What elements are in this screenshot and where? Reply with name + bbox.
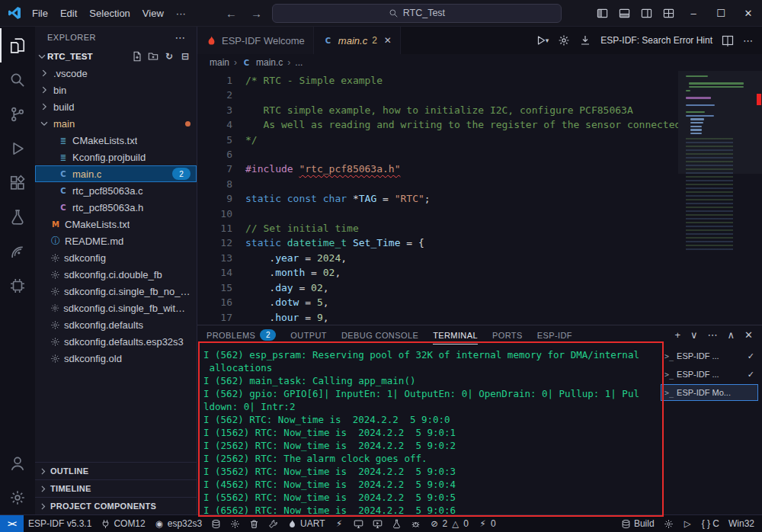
menu-selection[interactable]: Selection [83, 5, 136, 21]
activity-extensions-icon[interactable] [0, 165, 35, 200]
tree-item-README.md[interactable]: ⓘREADME.md [35, 232, 197, 249]
flash[interactable]: ⚡ [330, 515, 349, 532]
close-button[interactable]: ✕ [735, 0, 762, 26]
explorer-root[interactable]: RTC_TEST ↻⊟ [35, 48, 197, 65]
layout-panel-icon[interactable] [613, 0, 636, 26]
activity-explorer-icon[interactable] [0, 28, 35, 62]
problems-status[interactable]: ⊘2△0 [425, 515, 473, 532]
tab-ESP-IDF Welcome[interactable]: ESP-IDF Welcome [197, 27, 314, 54]
layout-sidebar-icon[interactable] [591, 0, 613, 26]
esp-idf-hint-label[interactable]: ESP-IDF: Search Error Hint [600, 35, 712, 46]
menuconfig[interactable] [226, 515, 245, 532]
collapse-all-icon[interactable]: ⊟ [180, 51, 190, 62]
menu-view[interactable]: View [136, 5, 170, 21]
monitor[interactable] [349, 515, 368, 532]
device-target[interactable]: ◉esp32s3 [150, 515, 207, 532]
tree-item-CMakeLists.txt[interactable]: MCMakeLists.txt [35, 216, 197, 232]
command-center[interactable]: RTC_Test [272, 4, 562, 23]
activity-espressif-icon[interactable] [0, 234, 35, 268]
close-tab-icon[interactable]: ✕ [384, 35, 392, 46]
plus-icon[interactable]: + [674, 329, 680, 341]
menu-edit[interactable]: Edit [54, 5, 83, 21]
activity-source-control-icon[interactable] [0, 97, 35, 131]
tree-item-sdkconfig.ci.single_fb_no_bb[interactable]: sdkconfig.ci.single_fb_no_bb [35, 283, 197, 300]
chevron-down-icon[interactable]: ∨ [690, 329, 698, 341]
tree-item-build[interactable]: build [35, 98, 197, 115]
more-icon[interactable]: ⋯ [708, 329, 718, 341]
flash-method[interactable]: UART [283, 515, 329, 532]
breadcrumb-item[interactable]: main [210, 57, 229, 68]
tree-item-sdkconfig.ci.single_fb_with_bb[interactable]: sdkconfig.ci.single_fb_with_bb [35, 300, 197, 316]
serial-port[interactable]: COM12 [96, 515, 149, 532]
code-editor[interactable]: 1/* RTC - Simple example2 3 RTC simple e… [197, 71, 678, 325]
activity-run-debug-icon[interactable] [0, 131, 35, 165]
panel-tab-output[interactable]: OUTPUT [290, 325, 327, 345]
build-folder[interactable] [207, 515, 226, 532]
breadcrumb-item[interactable]: main.c [256, 57, 283, 68]
launch[interactable]: ▷ [678, 515, 697, 532]
new-file-icon[interactable] [132, 51, 142, 62]
debug-status[interactable] [406, 515, 425, 532]
tree-item-sdkconfig.old[interactable]: sdkconfig.old [35, 350, 197, 367]
editor-more-icon[interactable]: ⋯ [743, 35, 753, 46]
menu-more[interactable]: ··· [170, 5, 192, 21]
activity-account-icon[interactable] [0, 446, 35, 480]
terminal-output[interactable]: I (562) esp_psram: Reserving pool of 32K… [197, 345, 661, 514]
layout-sidebar-right-icon[interactable] [636, 0, 658, 26]
remote-indicator[interactable]: >< [0, 515, 24, 532]
language-mode[interactable]: { } C [697, 515, 724, 532]
terminal-session[interactable]: >_ESP-IDF ...✓ [661, 366, 758, 383]
menu-file[interactable]: File [26, 5, 54, 21]
new-folder-icon[interactable] [148, 51, 158, 62]
build-flash-monitor[interactable] [368, 515, 387, 532]
maximize-button[interactable]: ☐ [707, 0, 735, 26]
tree-item-sdkconfig.ci.double_fb[interactable]: sdkconfig.ci.double_fb [35, 266, 197, 283]
full-clean[interactable] [245, 515, 264, 532]
section-outline[interactable]: OUTLINE [35, 462, 197, 479]
tree-item-rtc_pcf85063a.c[interactable]: Crtc_pcf85063a.c [35, 182, 197, 199]
platform[interactable]: Win32 [724, 515, 759, 532]
explorer-more-icon[interactable]: ⋯ [175, 31, 187, 43]
section-timeline[interactable]: TIMELINE [35, 479, 197, 497]
close-icon[interactable]: ✕ [744, 329, 753, 341]
tree-item-.vscode[interactable]: .vscode [35, 65, 197, 82]
panel-tab-terminal[interactable]: TERMINAL [433, 325, 478, 345]
run-button[interactable]: ▾ [535, 34, 549, 46]
download-icon[interactable] [579, 34, 591, 46]
activity-search-icon[interactable] [0, 62, 35, 97]
tree-item-main[interactable]: main [35, 115, 197, 132]
forward-icon[interactable]: → [247, 7, 266, 20]
settings-status[interactable] [659, 515, 678, 532]
esp-idf-version[interactable]: ESP-IDF v5.3.1 [24, 515, 96, 532]
split-editor-icon[interactable] [722, 34, 734, 46]
tree-item-sdkconfig.defaults.esp32s3[interactable]: sdkconfig.defaults.esp32s3 [35, 333, 197, 350]
tree-item-rtc_pcf85063a.h[interactable]: Crtc_pcf85063a.h [35, 199, 197, 216]
panel-tab-problems[interactable]: PROBLEMS2 [207, 325, 276, 345]
tree-item-Kconfig.projbuild[interactable]: ≣Kconfig.projbuild [35, 149, 197, 165]
panel-tab-esp-idf[interactable]: ESP-IDF [537, 325, 572, 345]
tree-item-CMakeLists.txt[interactable]: ≣CMakeLists.txt [35, 132, 197, 149]
tree-item-sdkconfig[interactable]: sdkconfig [35, 249, 197, 266]
custom-task[interactable] [264, 515, 283, 532]
gear-icon[interactable] [558, 34, 570, 46]
build-task[interactable]: Build [616, 515, 659, 532]
section-project-components[interactable]: PROJECT COMPONENTS [35, 497, 197, 514]
activity-esp-idf-explorer-icon[interactable] [0, 268, 35, 303]
panel-tab-debug-console[interactable]: DEBUG CONSOLE [341, 325, 418, 345]
layout-grid-icon[interactable] [658, 0, 680, 26]
back-icon[interactable]: ← [222, 7, 241, 20]
breadcrumb-item[interactable]: ... [295, 57, 303, 68]
tree-item-main.c[interactable]: Cmain.c2 [35, 165, 197, 182]
panel-tab-ports[interactable]: PORTS [492, 325, 523, 345]
minimize-button[interactable]: – [680, 0, 707, 26]
tree-item-sdkconfig.defaults[interactable]: sdkconfig.defaults [35, 316, 197, 333]
tree-item-bin[interactable]: bin [35, 82, 197, 98]
tab-main.c[interactable]: Cmain.c2✕ [314, 27, 401, 54]
chevron-up-icon[interactable]: ∧ [728, 329, 735, 341]
terminal-session[interactable]: >_ESP-IDF Mo... [661, 384, 758, 401]
activity-settings-gear-icon[interactable] [0, 480, 35, 514]
flash-count[interactable]: ⚡0 [473, 515, 501, 532]
unit-test[interactable] [387, 515, 406, 532]
refresh-icon[interactable]: ↻ [164, 51, 174, 62]
minimap[interactable] [678, 71, 762, 325]
